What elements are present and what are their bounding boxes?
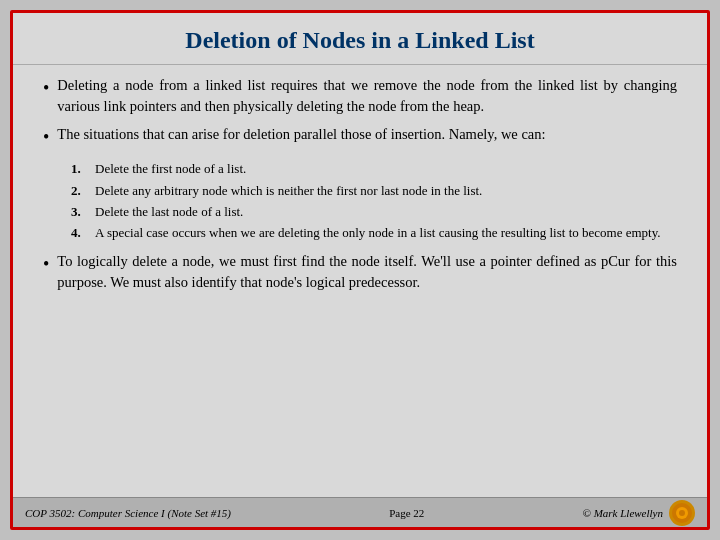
slide-title: Deletion of Nodes in a Linked List [13,13,707,65]
num-text-3: Delete the last node of a list. [95,203,243,221]
bullet-item-3: • To logically delete a node, we must fi… [43,251,677,292]
numbered-item-3: 3. Delete the last node of a list. [71,203,677,221]
slide: Deletion of Nodes in a Linked List • Del… [10,10,710,530]
bullet-dot-2: • [43,125,49,150]
footer-center: Page 22 [389,507,424,519]
num-label-4: 4. [71,224,87,242]
num-label-2: 2. [71,182,87,200]
bullet-text-3: To logically delete a node, we must firs… [57,251,677,292]
num-label-1: 1. [71,160,87,178]
numbered-item-4: 4. A special case occurs when we are del… [71,224,677,242]
bullet-item-2: • The situations that can arise for dele… [43,124,677,150]
bullet-dot-3: • [43,252,49,277]
footer-logo [669,500,695,526]
footer-right-group: © Mark Llewellyn [583,500,695,526]
numbered-list: 1. Delete the first node of a list. 2. D… [71,160,677,245]
num-text-4: A special case occurs when we are deleti… [95,224,661,242]
footer-left: COP 3502: Computer Science I (Note Set #… [25,507,231,519]
bullet-dot-1: • [43,76,49,101]
bullet-text-1: Deleting a node from a linked list requi… [57,75,677,116]
bullet-item-1: • Deleting a node from a linked list req… [43,75,677,116]
bullet-text-2: The situations that can arise for deleti… [57,124,545,145]
numbered-item-1: 1. Delete the first node of a list. [71,160,677,178]
footer-right: © Mark Llewellyn [583,507,663,519]
num-text-1: Delete the first node of a list. [95,160,246,178]
slide-footer: COP 3502: Computer Science I (Note Set #… [13,497,707,527]
num-label-3: 3. [71,203,87,221]
numbered-item-2: 2. Delete any arbitrary node which is ne… [71,182,677,200]
svg-point-2 [679,510,685,516]
num-text-2: Delete any arbitrary node which is neith… [95,182,482,200]
slide-content: • Deleting a node from a linked list req… [13,65,707,497]
